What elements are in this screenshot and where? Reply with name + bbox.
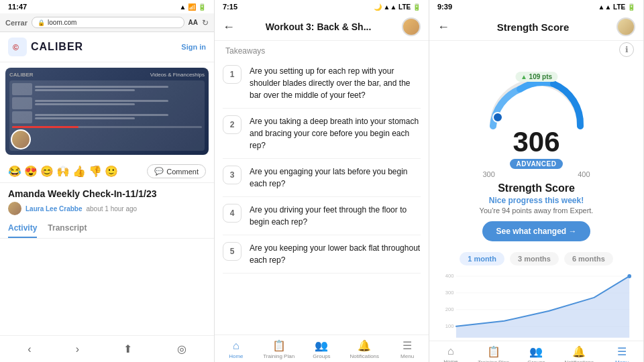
- back-arrow-icon[interactable]: ←: [223, 20, 235, 34]
- caliber-logo-icon: ©: [8, 38, 27, 56]
- author-name[interactable]: Laura Lee Crabbe: [25, 205, 82, 213]
- lock-icon: 🔒: [38, 19, 45, 26]
- tab-home[interactable]: ⌂ Home: [219, 340, 253, 359]
- browser-back-btn[interactable]: ‹: [22, 341, 36, 358]
- tab-home-3[interactable]: ⌂ Home: [434, 345, 468, 362]
- tab-menu-3[interactable]: ☰ Menu: [605, 345, 639, 362]
- takeaway-num-5: 5: [223, 242, 241, 261]
- range-high: 400: [578, 170, 590, 178]
- strength-tab-bar: ⌂ Home 📋 Training Plan 👥 Groups 🔔 Notifi…: [429, 341, 643, 362]
- see-btn-label: See what changed →: [496, 227, 576, 236]
- score-section: ▲ 109 pts 306 ADVANCED 300 400 Strength …: [429, 58, 643, 247]
- reaction-thumbs-down[interactable]: 👎: [89, 165, 102, 178]
- svg-point-2: [493, 113, 502, 122]
- tab-training-label: Training Plan: [263, 353, 294, 359]
- comment-button[interactable]: 💬 Comment: [147, 164, 206, 178]
- browser-aa[interactable]: AA: [189, 19, 198, 26]
- tab-training-3[interactable]: 📋 Training Plan: [477, 345, 511, 362]
- url-text: loom.com: [48, 19, 76, 26]
- takeaway-text-5: Are you keeping your lower back flat thr…: [250, 242, 421, 266]
- time-tab-6months[interactable]: 6 months: [564, 252, 613, 265]
- menu-icon-3: ☰: [617, 345, 627, 358]
- reaction-face[interactable]: 🙂: [105, 165, 118, 178]
- video-preview[interactable]: CALIBER Videos & Financeships: [5, 68, 209, 155]
- post-time: about 1 hour ago: [86, 205, 137, 213]
- video-thumb-3: [12, 111, 32, 123]
- browser-url-bar[interactable]: 🔒 loom.com: [32, 17, 184, 28]
- time-tab-3months[interactable]: 3 months: [510, 252, 559, 265]
- reaction-smile[interactable]: 😊: [40, 165, 54, 178]
- browser-refresh[interactable]: ↻: [202, 18, 209, 27]
- tab-home-label: Home: [229, 353, 243, 359]
- notifications-icon: 🔔: [358, 339, 371, 352]
- strength-score-label: Strength Score: [498, 182, 575, 194]
- tab-notifications-label: Notifications: [350, 353, 379, 359]
- reactions-bar: 😂 😍 😊 🙌 👍 👎 🙂 💬 Comment: [0, 160, 214, 183]
- strength-chart: 400 300 200 100: [429, 268, 643, 341]
- tab-transcript[interactable]: Transcript: [48, 223, 87, 238]
- tab-training-plan[interactable]: 📋 Training Plan: [262, 339, 296, 359]
- video-line: [35, 89, 135, 91]
- notifications-icon-3: 🔔: [572, 345, 586, 358]
- tab-groups[interactable]: 👥 Groups: [305, 339, 338, 359]
- strength-avatar: [616, 17, 635, 36]
- status-bar-2: 7:15 🌙 ▲▲ LTE 🔋: [215, 0, 429, 13]
- status-icons-3: ▲▲ LTE 🔋: [598, 3, 636, 11]
- workout-nav-header: ← Workout 3: Back & Sh...: [215, 13, 429, 41]
- info-button[interactable]: ℹ: [619, 42, 634, 57]
- takeaway-num-2: 2: [223, 115, 241, 134]
- tab-training-label-3: Training Plan: [478, 359, 509, 362]
- tab-notifications-label-3: Notifications: [564, 359, 594, 362]
- video-avatar: [11, 129, 31, 149]
- see-what-changed-button[interactable]: See what changed →: [482, 221, 590, 241]
- takeaway-item: 2 Are you taking a deep breath into your…: [223, 109, 421, 159]
- tab-groups-3[interactable]: 👥 Groups: [519, 345, 553, 362]
- video-line: [35, 100, 168, 102]
- caliber-logo-text: CALIBER: [31, 41, 83, 53]
- video-line: [35, 103, 135, 105]
- takeaway-text-2: Are you taking a deep breath into your s…: [250, 115, 421, 152]
- strength-back-arrow[interactable]: ←: [437, 20, 449, 34]
- svg-text:©: ©: [13, 43, 19, 52]
- time-tab-1month[interactable]: 1 month: [460, 252, 504, 265]
- status-bar-3: 9:39 ▲▲ LTE 🔋: [429, 0, 643, 13]
- groups-icon: 👥: [315, 339, 328, 352]
- home-icon-3: ⌂: [447, 345, 454, 357]
- time-2: 7:15: [223, 3, 237, 11]
- svg-point-12: [627, 274, 631, 278]
- video-thumb-2: [12, 97, 32, 109]
- reaction-thumbs-up[interactable]: 👍: [72, 165, 86, 178]
- pts-value: 109 pts: [529, 73, 552, 80]
- reaction-hands[interactable]: 🙌: [56, 165, 70, 178]
- takeaway-num-1: 1: [223, 65, 241, 84]
- post-author-row: Laura Lee Crabbe about 1 hour ago: [0, 202, 214, 219]
- browser-share-btn[interactable]: ⬆: [118, 340, 138, 358]
- browser-bar: Cerrar 🔒 loom.com AA ↻: [0, 13, 214, 32]
- browser-close[interactable]: Cerrar: [5, 19, 28, 27]
- panel-caliber: 11:47 ▲ 📶 🔋 Cerrar 🔒 loom.com AA ↻ © CAL…: [0, 0, 215, 362]
- browser-forward-btn[interactable]: ›: [70, 341, 85, 358]
- comment-label: Comment: [166, 168, 199, 176]
- reaction-laughing[interactable]: 😂: [8, 165, 21, 178]
- tab-menu-label: Menu: [400, 353, 414, 359]
- takeaway-item: 5 Are you keeping your lower back flat t…: [223, 235, 421, 274]
- post-title: Amanda Weekly Check-In-11/1/23: [0, 183, 214, 202]
- time-3: 9:39: [437, 3, 452, 11]
- tab-home-label-3: Home: [443, 359, 458, 362]
- tab-activity[interactable]: Activity: [8, 223, 37, 238]
- status-bar-1: 11:47 ▲ 📶 🔋: [0, 0, 214, 13]
- video-thumb-1: [12, 83, 32, 95]
- reaction-heart-eyes[interactable]: 😍: [24, 165, 38, 178]
- score-range: 300 400: [483, 170, 590, 178]
- chart-svg: 400 300 200 100: [440, 271, 633, 338]
- tab-menu-label-3: Menu: [615, 359, 629, 362]
- tab-notifications-3[interactable]: 🔔 Notifications: [562, 345, 596, 362]
- tab-menu[interactable]: ☰ Menu: [390, 339, 424, 359]
- tab-notifications[interactable]: 🔔 Notifications: [347, 339, 381, 359]
- home-icon: ⌂: [233, 340, 239, 352]
- browser-bookmark-btn[interactable]: ◎: [172, 340, 192, 358]
- tab-groups-label: Groups: [313, 353, 330, 359]
- workout-tab-bar: ⌂ Home 📋 Training Plan 👥 Groups 🔔 Notifi…: [215, 335, 429, 362]
- browser-bottom-nav: ‹ › ⬆ ◎: [0, 335, 214, 362]
- sign-in-button[interactable]: Sign in: [181, 43, 206, 51]
